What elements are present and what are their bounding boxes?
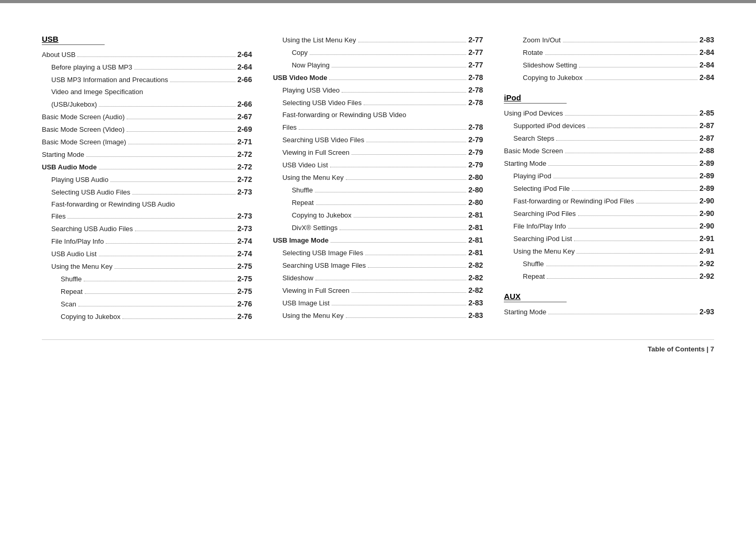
toc-entry: Shuffle2-75: [42, 273, 252, 284]
toc-entry: Shuffle2-92: [504, 258, 714, 269]
toc-dots: [85, 293, 235, 294]
toc-page: 2-84: [699, 47, 714, 58]
toc-dots: [578, 215, 697, 216]
toc-dots: [545, 54, 697, 55]
toc-page: 2-66: [238, 74, 252, 85]
toc-page: 2-78: [468, 97, 483, 108]
toc-label: Now Playing: [273, 60, 330, 71]
toc-entry: Scan2-76: [42, 299, 252, 310]
toc-entry: Searching USB Video Files2-79: [273, 134, 483, 145]
toc-page: 2-84: [699, 72, 714, 83]
toc-page: 2-73: [238, 211, 252, 222]
toc-dots: [316, 204, 467, 205]
toc-label: Using the Menu Key: [273, 173, 344, 183]
toc-label: Searching iPod Files: [504, 209, 576, 219]
toc-label: Before playing a USB MP3: [42, 62, 132, 73]
toc-label: Searching USB Video Files: [273, 135, 365, 145]
toc-dots: [574, 241, 697, 241]
toc-entry: Using the Menu Key2-91: [504, 246, 714, 257]
toc-entry: Basic Mode Screen2-88: [504, 145, 714, 156]
toc-page: 2-76: [238, 299, 252, 310]
toc-dots: [346, 317, 467, 318]
toc-page: 2-72: [238, 162, 252, 173]
toc-label: Starting Mode: [504, 158, 546, 169]
toc-entry: Fast-forwarding or Rewinding USB Video: [273, 110, 483, 120]
toc-entry: DivX® Settings2-81: [273, 222, 483, 233]
toc-dots: [77, 56, 235, 57]
toc-entry: Slideshow Setting2-84: [504, 60, 714, 71]
toc-entry: Searching iPod List2-91: [504, 233, 714, 244]
toc-page: 2-80: [468, 185, 483, 196]
toc-dots: [84, 281, 235, 281]
toc-dots: [572, 190, 697, 191]
toc-label: Starting Mode: [504, 307, 546, 317]
toc-dots: [585, 79, 697, 80]
toc-dots: [315, 280, 466, 280]
toc-page: 2-79: [468, 147, 483, 158]
toc-page: 2-78: [468, 72, 483, 83]
toc-entry: USB Audio List2-74: [42, 248, 252, 259]
toc-page: 2-87: [699, 133, 714, 144]
toc-dots: [67, 218, 235, 219]
footer-text: Table of Contents | 7: [648, 345, 714, 353]
toc-dots: [299, 129, 466, 130]
toc-label: Basic Mode Screen: [504, 146, 563, 156]
toc-dots: [577, 253, 697, 254]
toc-entry: Basic Mode Screen (Audio)2-67: [42, 111, 252, 122]
toc-page: 2-83: [468, 310, 483, 321]
toc-dots: [99, 106, 235, 107]
toc-page: 2-77: [468, 60, 483, 71]
toc-entry: Search Steps2-87: [504, 133, 714, 144]
toc-label: Fast-forwarding or Rewinding USB Audio: [42, 199, 175, 210]
toc-page: 2-90: [699, 221, 714, 232]
toc-page: 2-83: [468, 298, 483, 309]
toc-label: Using the Menu Key: [504, 246, 574, 257]
toc-page: 2-90: [699, 208, 714, 219]
toc-page: 2-80: [468, 172, 483, 183]
toc-label: Fast-forwarding or Rewinding USB Video: [273, 110, 407, 120]
toc-label: Repeat: [42, 287, 83, 297]
toc-dots: [636, 203, 697, 203]
toc-page: 2-83: [699, 35, 714, 45]
toc-entry: USB Audio Mode2-72: [42, 162, 252, 173]
toc-dots: [565, 153, 697, 153]
section-title-aux: AUX: [504, 292, 567, 302]
toc-page: 2-66: [238, 99, 252, 110]
toc-entry: Before playing a USB MP32-64: [42, 62, 252, 73]
toc-page: 2-81: [468, 247, 483, 258]
section-title-usb: USB: [42, 35, 105, 45]
toc-entry: Searching iPod Files2-90: [504, 208, 714, 219]
toc-label: Shuffle: [42, 274, 82, 284]
toc-label: Copy: [273, 48, 308, 58]
toc-page: 2-82: [468, 260, 483, 271]
toc-label: Using the Menu Key: [42, 261, 112, 272]
toc-page: 2-87: [699, 120, 714, 131]
toc-dots: [132, 194, 235, 195]
toc-dots: [358, 42, 467, 42]
toc-entry: Rotate2-84: [504, 47, 714, 58]
toc-page: 2-90: [699, 196, 714, 207]
toc-label: About USB: [42, 50, 75, 60]
toc-entry: Copying to Jukebox2-84: [504, 72, 714, 83]
toc-label: Selecting USB Audio Files: [42, 187, 130, 198]
toc-label: Searching USB Image Files: [273, 260, 366, 271]
toc-entry: Files2-78: [273, 122, 483, 133]
toc-dots: [563, 42, 697, 42]
toc-label: Basic Mode Screen (Image): [42, 137, 126, 147]
toc-dots: [122, 318, 235, 319]
toc-page: 2-80: [468, 197, 483, 208]
toc-page: 2-89: [699, 158, 714, 169]
toc-page: 2-74: [238, 236, 252, 247]
toc-page: 2-73: [238, 187, 252, 198]
toc-dots: [127, 131, 235, 132]
toc-entry: Starting Mode2-72: [42, 149, 252, 160]
toc-dots: [565, 115, 697, 116]
toc-dots: [332, 305, 466, 305]
toc-entry: Using the Menu Key2-83: [273, 310, 483, 321]
toc-label: Shuffle: [504, 259, 544, 269]
toc-page: 2-76: [238, 311, 252, 322]
toc-dots: [354, 217, 466, 218]
toc-label: Search Steps: [504, 133, 554, 144]
toc-dots: [127, 119, 235, 119]
toc-entry: Using iPod Devices2-85: [504, 108, 714, 119]
